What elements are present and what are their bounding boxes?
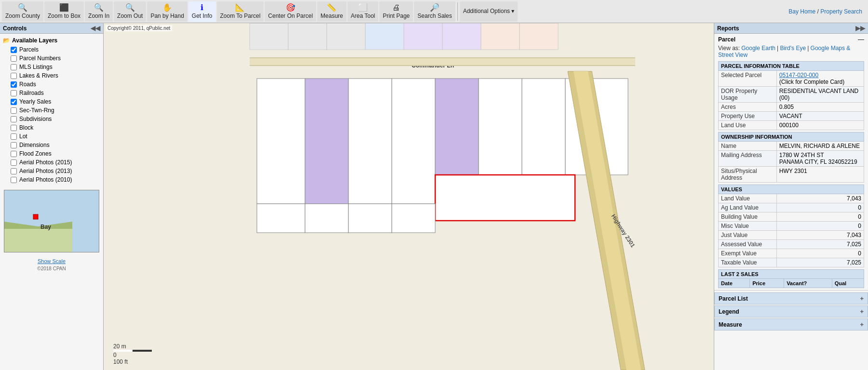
measure-panel[interactable]: Measure + bbox=[714, 318, 868, 330]
center-on-parcel-button[interactable]: 🎯 Center On Parcel bbox=[265, 1, 316, 22]
svg-rect-19 bbox=[305, 79, 348, 204]
svg-rect-10 bbox=[365, 23, 404, 50]
area-tool-button[interactable]: ⬜ Area Tool bbox=[347, 1, 378, 22]
parcel-list-expand-icon: + bbox=[860, 295, 864, 302]
zoom-to-box-button[interactable]: ⬛ Zoom to Box bbox=[44, 1, 84, 22]
svg-rect-13 bbox=[481, 23, 520, 50]
get-info-button[interactable]: ℹ Get Info bbox=[188, 1, 216, 22]
parcel-list-panel[interactable]: Parcel List + bbox=[714, 292, 868, 304]
layer-flood-zones[interactable]: Flood Zones bbox=[3, 149, 100, 158]
layer-aerial-2015-label: Aerial Photos (2015) bbox=[19, 159, 72, 166]
zoom-to-box-icon: ⬛ bbox=[59, 3, 69, 12]
layer-lot-checkbox[interactable] bbox=[11, 133, 17, 140]
additional-options-button[interactable]: Additional Options ▾ bbox=[460, 1, 518, 22]
legend-expand-icon: + bbox=[860, 308, 864, 315]
parcel-card-hint: (Click for Complete Card) bbox=[779, 79, 844, 85]
measure-icon: 📏 bbox=[327, 3, 336, 12]
svg-rect-4 bbox=[33, 214, 38, 219]
parcel-id-link[interactable]: 05147-020-000 bbox=[779, 72, 818, 79]
table-row: Situs/Physical Address HWY 2301 bbox=[719, 167, 864, 183]
zoom-county-icon: 🔍 bbox=[18, 3, 27, 12]
layer-lakes-rivers[interactable]: Lakes & Rivers bbox=[3, 71, 100, 80]
layer-yearly-sales-checkbox[interactable] bbox=[11, 99, 17, 105]
search-sales-icon: 🔎 bbox=[430, 3, 440, 12]
layer-block-checkbox[interactable] bbox=[11, 125, 17, 131]
show-scale-link[interactable]: Show Scale bbox=[0, 258, 103, 264]
svg-rect-26 bbox=[435, 175, 575, 221]
zoom-in-icon: 🔍 bbox=[94, 3, 104, 12]
google-earth-link[interactable]: Google Earth bbox=[741, 45, 775, 52]
layer-lakes-checkbox[interactable] bbox=[11, 73, 17, 79]
center-icon: 🎯 bbox=[286, 3, 295, 12]
layer-sec-twn-checkbox[interactable] bbox=[11, 107, 17, 114]
bay-home-link[interactable]: Bay Home bbox=[788, 8, 815, 15]
zoom-out-button[interactable]: 🔍 Zoom Out bbox=[114, 1, 146, 22]
layer-flood-zones-label: Flood Zones bbox=[19, 150, 52, 157]
birds-eye-link[interactable]: Bird's Eye bbox=[780, 45, 806, 52]
layer-aerial-2013-checkbox[interactable] bbox=[11, 168, 17, 174]
reports-collapse-button[interactable]: ▶▶ bbox=[855, 25, 865, 32]
layer-subdivisions[interactable]: Subdivisions bbox=[3, 115, 100, 123]
layer-parcel-numbers-label: Parcel Numbers bbox=[19, 55, 61, 62]
layer-railroads-checkbox[interactable] bbox=[11, 90, 17, 96]
layer-flood-zones-checkbox[interactable] bbox=[11, 151, 17, 157]
layer-subdivisions-checkbox[interactable] bbox=[11, 116, 17, 122]
layer-parcels-checkbox[interactable] bbox=[11, 47, 17, 53]
legend-panel[interactable]: Legend + bbox=[714, 305, 868, 317]
layer-dimensions-label: Dimensions bbox=[19, 142, 50, 148]
pan-by-hand-button[interactable]: ✋ Pan by Hand bbox=[147, 1, 187, 22]
layer-mls-checkbox[interactable] bbox=[11, 64, 17, 70]
scale-bar: 20 m 0 100 ft bbox=[113, 343, 152, 365]
layer-block[interactable]: Block bbox=[3, 123, 100, 132]
table-row: Ag Land Value 0 bbox=[719, 203, 864, 212]
layer-roads-label: Roads bbox=[19, 81, 36, 88]
sales-col-vacant: Vacant? bbox=[784, 279, 832, 288]
layer-sec-twn[interactable]: Sec-Twn-Rng bbox=[3, 106, 100, 115]
table-row: Just Value 7,043 bbox=[719, 231, 864, 240]
layer-dimensions-checkbox[interactable] bbox=[11, 142, 17, 148]
zoom-in-button[interactable]: 🔍 Zoom In bbox=[85, 1, 113, 22]
available-layers-header[interactable]: 📂 Available Layers bbox=[3, 36, 100, 45]
mailing-address-label: Mailing Address bbox=[719, 151, 777, 167]
layer-aerial-2010[interactable]: Aerial Photos (2010) bbox=[3, 175, 100, 184]
print-page-button[interactable]: 🖨 Print Page bbox=[379, 1, 413, 22]
toolbar-separator bbox=[457, 2, 458, 21]
controls-collapse-button[interactable]: ◀◀ bbox=[91, 25, 100, 32]
parcel-collapse-btn[interactable]: — bbox=[858, 36, 864, 43]
zoom-to-parcel-button[interactable]: 📐 Zoom To Parcel bbox=[217, 1, 264, 22]
map-area[interactable]: Copyright© 2011, qPublic.net Commander L… bbox=[104, 23, 714, 370]
layer-parcels[interactable]: Parcels bbox=[3, 45, 100, 54]
layer-aerial-2015[interactable]: Aerial Photos (2015) bbox=[3, 158, 100, 167]
layer-lot[interactable]: Lot bbox=[3, 132, 100, 141]
svg-rect-28 bbox=[305, 204, 348, 233]
layer-dimensions[interactable]: Dimensions bbox=[3, 141, 100, 149]
layer-aerial-2010-checkbox[interactable] bbox=[11, 177, 17, 183]
svg-rect-8 bbox=[288, 23, 327, 50]
layer-roads[interactable]: Roads bbox=[3, 80, 100, 89]
controls-title: Controls bbox=[3, 25, 27, 32]
cpan-copyright: ©2018 CPAN bbox=[0, 266, 103, 271]
zoom-county-button[interactable]: 🔍 Zoom County bbox=[2, 1, 43, 22]
layer-railroads[interactable]: Railroads bbox=[3, 89, 100, 97]
layer-parcel-numbers[interactable]: Parcel Numbers bbox=[3, 54, 100, 63]
layer-mls[interactable]: MLS Listings bbox=[3, 63, 100, 71]
measure-button[interactable]: 📏 Measure bbox=[317, 1, 347, 22]
layer-aerial-2013[interactable]: Aerial Photos (2013) bbox=[3, 167, 100, 175]
ownership-table: OWNERSHIP INFORMATION Name MELVIN, RICHA… bbox=[718, 132, 864, 183]
search-sales-button[interactable]: 🔎 Search Sales bbox=[414, 1, 455, 22]
table-row: Mailing Address 1780 W 24TH STPANAMA CIT… bbox=[719, 151, 864, 167]
folder-open-icon: 📂 bbox=[3, 37, 10, 44]
table-row: Acres 0.805 bbox=[719, 103, 864, 112]
layer-roads-checkbox[interactable] bbox=[11, 81, 17, 88]
scale-zero: 0 bbox=[113, 352, 117, 358]
layer-lakes-label: Lakes & Rivers bbox=[19, 72, 58, 79]
layer-yearly-sales[interactable]: Yearly Sales bbox=[3, 97, 100, 106]
zoom-parcel-icon: 📐 bbox=[235, 3, 245, 12]
main-layout: Controls ◀◀ 📂 Available Layers Parcels P… bbox=[0, 23, 868, 370]
layer-parcel-numbers-checkbox[interactable] bbox=[11, 55, 17, 62]
layer-aerial-2015-checkbox[interactable] bbox=[11, 159, 17, 166]
selected-parcel-value: 05147-020-000 (Click for Complete Card) bbox=[776, 71, 864, 87]
svg-rect-18 bbox=[257, 79, 305, 204]
property-search-link[interactable]: Property Search bbox=[820, 8, 862, 15]
svg-rect-23 bbox=[479, 79, 522, 175]
